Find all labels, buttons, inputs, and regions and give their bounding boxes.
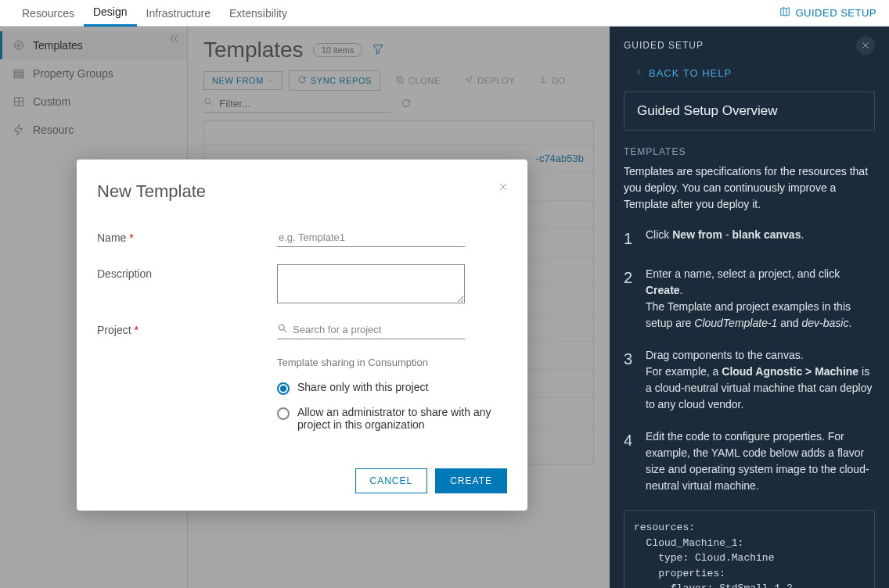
new-template-modal: New Template Name* Description Project* [77,160,527,511]
top-nav: Resources Design Infrastructure Extensib… [0,0,889,27]
name-label: Name* [97,228,277,244]
project-search-input[interactable] [277,321,465,339]
search-icon [277,323,288,336]
radio-unchecked-icon [277,407,290,420]
back-to-help-link[interactable]: BACK TO HELP [635,67,875,79]
steps-list: 1 Click New from - blank canvas. 2 Enter… [624,227,875,494]
yaml-code: resources: Cloud_Machine_1: type: Cloud.… [624,510,875,588]
section-label: TEMPLATES [624,146,875,157]
name-input[interactable] [277,228,465,247]
description-label: Description [97,264,277,280]
guided-header: GUIDED SETUP [624,40,704,51]
project-label: Project* [97,321,277,336]
description-textarea[interactable] [277,264,465,303]
step-4: Edit the code to configure properties. F… [646,428,875,494]
create-button[interactable]: CREATE [435,468,507,493]
guided-panel: GUIDED SETUP BACK TO HELP Guided Setup O… [610,27,889,588]
sharing-heading: Template sharing in Consumption [277,357,507,368]
guided-close-icon[interactable] [856,36,875,55]
section-desc: Templates are specifications for the res… [624,163,875,213]
tab-extensibility[interactable]: Extensibility [220,1,297,26]
cancel-button[interactable]: CANCEL [355,468,428,493]
tab-design[interactable]: Design [84,0,137,27]
share-option-project[interactable]: Share only with this project [277,381,507,395]
overview-box[interactable]: Guided Setup Overview [624,91,875,131]
tab-resources[interactable]: Resources [13,1,84,26]
modal-title: New Template [97,181,507,202]
guided-setup-link[interactable]: GUIDED SETUP [779,6,876,20]
share-option-admin[interactable]: Allow an administrator to share with any… [277,406,507,431]
map-icon [779,6,790,20]
step-3: Drag components to the canvas. For examp… [646,347,875,413]
step-2: Enter a name, select a project, and clic… [646,266,875,332]
tab-infrastructure[interactable]: Infrastructure [137,1,220,26]
radio-checked-icon [277,382,290,395]
step-1: Click New from - blank canvas. [646,227,804,250]
svg-point-8 [279,324,284,330]
chevron-left-icon [635,67,644,79]
modal-close-icon[interactable] [498,181,509,195]
